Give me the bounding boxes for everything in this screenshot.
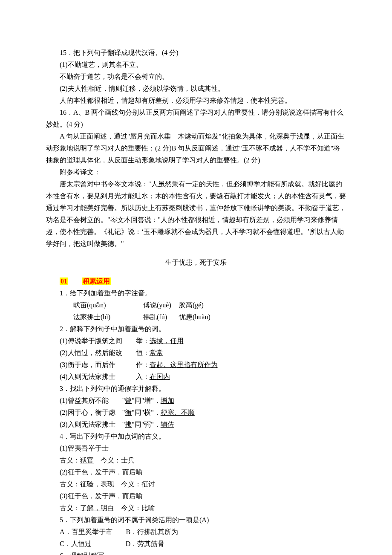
s4-i1a: 古义： bbox=[60, 457, 80, 464]
s4-i1: (1)管夷吾举于士 bbox=[46, 442, 346, 454]
s4-i2b: 征验，表现 bbox=[80, 480, 114, 488]
s4-i2-line: 古义：征验，表现 今义：征讨 bbox=[46, 478, 346, 490]
s3-i2b: 衡 bbox=[125, 409, 132, 416]
s3-i3a: (3)入则无法家拂士 " bbox=[60, 421, 125, 428]
section-label: 积累运用 bbox=[82, 278, 111, 285]
s1-row1: 畎亩(quǎn) 傅说(yuè) 胶鬲(gé) bbox=[46, 299, 346, 311]
s4-i2c: 今义：征讨 bbox=[114, 480, 155, 488]
s3-i2a: (2)困于心，衡于虑 " bbox=[60, 409, 125, 416]
s1-r1b: 傅说(yuè) bbox=[130, 299, 177, 311]
s2-i3b: 奋起。这里指有所作为 bbox=[150, 361, 218, 368]
s3-i1d: 增加 bbox=[161, 397, 174, 404]
s2-i4b: 在国内 bbox=[150, 373, 170, 380]
s4-i1b: 狱官 bbox=[80, 457, 94, 464]
s3-i2d: 梗塞、不顺 bbox=[161, 409, 195, 416]
s4-i1-line: 古义：狱官 今义：士兵 bbox=[46, 454, 346, 466]
s2-i2: (2)人恒过，然后能改 恒：常常 bbox=[46, 347, 346, 359]
q15-ans2: 人的本性都很相近，情趣却有所差别，必须用学习来修养情趣，使本性完善。 bbox=[46, 95, 346, 107]
q15-item2: (2)夫人性相近，情则迁移，必须以学饬情，以成其性。 bbox=[46, 83, 346, 95]
s2-i2b: 常常 bbox=[150, 349, 163, 356]
s4-q: 4．写出下列句子中加点词的古义。 bbox=[46, 431, 346, 442]
q16-ans: A 句从正面阐述，通过"蜃月光而水垂 木燧动而焰发"化抽象为具体，化深奥于浅显，… bbox=[46, 130, 346, 166]
s2-i3a: (3)衡于虑，而后作 作： bbox=[60, 361, 150, 368]
s1-q: 1．给下列加着重号的字注音。 bbox=[46, 287, 346, 299]
s5-b: C．人恒过 D．劳其筋骨 bbox=[46, 538, 346, 550]
s4-i2: (2)征于色，发于声，而后喻 bbox=[46, 466, 346, 478]
ref-p1: 唐太宗曾对中书令岑文本说："人虽然秉有一定的天性，但必须博学才能有所成就。就好比… bbox=[46, 178, 346, 250]
s3-i2: (2)困于心，衡于虑 "衡"同"横"，梗塞、不顺 bbox=[46, 407, 346, 419]
s3-i1: (1)曾益其所不能 "曾"同"增"，增加 bbox=[46, 395, 346, 407]
s1-r2b: 拂乱(fú) bbox=[130, 311, 177, 323]
s5-q: 5．下列加着重号的词不属于词类活用的一项是(A) bbox=[46, 514, 346, 526]
s2-i1: (1)傅说举于版筑之间 举：选拔，任用 bbox=[46, 335, 346, 347]
q15-ans1: 不勤奋于道艺，功名是不会树立的。 bbox=[46, 71, 346, 83]
s3-i1c: "同"增"， bbox=[132, 397, 161, 404]
s2-q: 2．解释下列句子中加着重号的词。 bbox=[46, 323, 346, 335]
s3-i2c: "同"横"， bbox=[132, 409, 161, 416]
section-row: 01 积累运用 bbox=[46, 275, 346, 287]
s1-r2a: 法家拂士(bì) bbox=[60, 311, 128, 323]
s4-i3b: 了解，明白 bbox=[80, 504, 114, 512]
s4-i2a: 古义： bbox=[60, 480, 80, 488]
s6-q: 6．理解型默写。 bbox=[46, 550, 346, 555]
s3-i1a: (1)曾益其所不能 " bbox=[60, 397, 125, 404]
s5-a: A．百里奚举于市 B．行拂乱其所为 bbox=[46, 526, 346, 538]
s2-i2a: (2)人恒过，然后能改 恒： bbox=[60, 349, 150, 356]
q15-title: 15．把下列句子翻译成现代汉语。(4 分) bbox=[46, 47, 346, 59]
s4-i3-line: 古义：了解，明白 今义：比喻 bbox=[46, 502, 346, 514]
title2: 生于忧患，死于安乐 bbox=[46, 257, 346, 269]
s1-r1c: 胶鬲(gé) bbox=[179, 301, 204, 309]
s3-i3c: "同"弼"， bbox=[132, 421, 161, 428]
s1-row2: 法家拂士(bì) 拂乱(fú) 忧患(huàn) bbox=[46, 311, 346, 323]
s1-r2c: 忧患(huàn) bbox=[179, 313, 210, 321]
s2-i1b: 选拔，任用 bbox=[150, 337, 184, 344]
s3-i1b: 曾 bbox=[125, 397, 132, 404]
document-page: 15．把下列句子翻译成现代汉语。(4 分) (1)不勤道艺，则其名不立。 不勤奋… bbox=[0, 0, 392, 555]
s3-i3: (3)入则无法家拂士 "拂"同"弼"，辅佐 bbox=[46, 419, 346, 431]
q16-title: 16．A、B 两个画线句分别从正反两方面阐述了学习对人的重要性，请分别说说这样描… bbox=[46, 107, 346, 130]
s3-q: 3．找出下列句中的通假字并解释。 bbox=[46, 383, 346, 395]
ref-head: 附参考译文： bbox=[46, 166, 346, 178]
section-gap bbox=[68, 278, 82, 285]
s4-i1c: 今义：士兵 bbox=[94, 457, 135, 464]
section-num: 01 bbox=[60, 278, 68, 285]
s4-i3a: 古义： bbox=[60, 504, 80, 512]
s3-i3d: 辅佐 bbox=[161, 421, 174, 428]
s4-i3: (3)征于色，发于声，而后喻 bbox=[46, 490, 346, 502]
s2-i4a: (4)入则无法家拂士 入： bbox=[60, 373, 150, 380]
q15-item1: (1)不勤道艺，则其名不立。 bbox=[46, 59, 346, 71]
s1-r1a: 畎亩(quǎn) bbox=[60, 299, 128, 311]
s2-i3: (3)衡于虑，而后作 作：奋起。这里指有所作为 bbox=[46, 359, 346, 371]
s2-i4: (4)入则无法家拂士 入：在国内 bbox=[46, 371, 346, 383]
s4-i3c: 今义：比喻 bbox=[114, 504, 155, 512]
s2-i1a: (1)傅说举于版筑之间 举： bbox=[60, 337, 150, 344]
s3-i3b: 拂 bbox=[125, 421, 132, 428]
